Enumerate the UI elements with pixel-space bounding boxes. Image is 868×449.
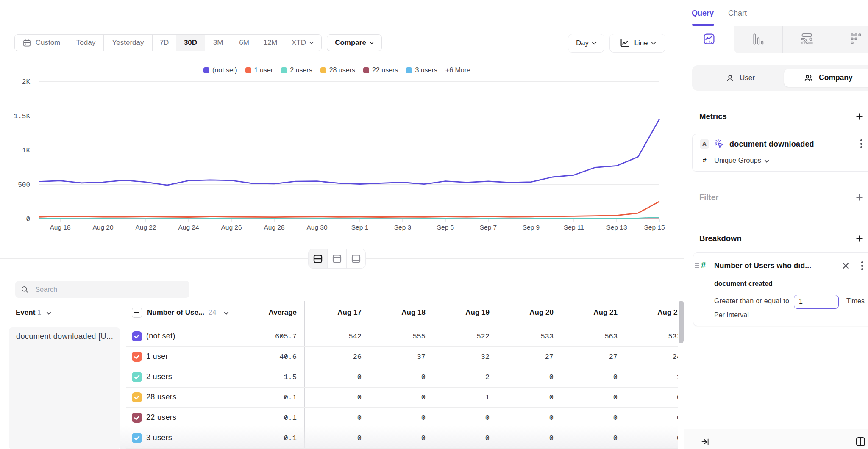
svg-text:Aug 20: Aug 20 bbox=[92, 224, 114, 231]
svg-text:0: 0 bbox=[26, 216, 30, 223]
svg-text:Aug 30: Aug 30 bbox=[306, 224, 328, 231]
svg-text:2K: 2K bbox=[22, 78, 31, 86]
svg-text:Sep 15: Sep 15 bbox=[644, 224, 665, 231]
svg-text:Aug 26: Aug 26 bbox=[221, 224, 242, 231]
svg-text:Sep 11: Sep 11 bbox=[564, 224, 584, 231]
svg-text:Aug 28: Aug 28 bbox=[264, 224, 284, 231]
svg-text:Sep 13: Sep 13 bbox=[606, 224, 627, 231]
svg-text:Sep 5: Sep 5 bbox=[437, 224, 454, 231]
svg-text:Aug 24: Aug 24 bbox=[178, 224, 199, 231]
svg-text:Sep 7: Sep 7 bbox=[480, 224, 497, 231]
svg-text:1.5K: 1.5K bbox=[14, 113, 31, 120]
svg-text:Sep 9: Sep 9 bbox=[523, 224, 540, 231]
svg-text:Aug 22: Aug 22 bbox=[135, 224, 156, 231]
svg-text:Aug 18: Aug 18 bbox=[50, 224, 70, 231]
svg-text:Sep 3: Sep 3 bbox=[394, 224, 412, 231]
svg-text:1K: 1K bbox=[22, 147, 31, 155]
svg-text:Sep 1: Sep 1 bbox=[351, 224, 369, 231]
svg-text:500: 500 bbox=[18, 181, 30, 189]
